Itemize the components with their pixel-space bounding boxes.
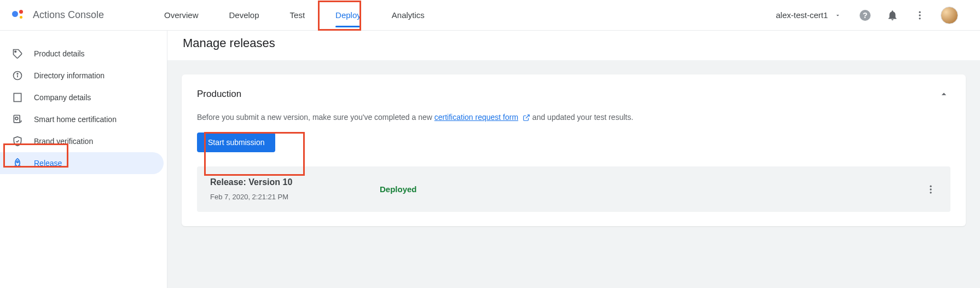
release-version-title: Release: Version 10 bbox=[210, 177, 380, 187]
svg-point-8 bbox=[17, 73, 18, 74]
external-link-icon bbox=[523, 114, 530, 122]
nav-overview[interactable]: Overview bbox=[161, 0, 202, 30]
nav-develop[interactable]: Develop bbox=[226, 0, 263, 30]
main-body: Production Before you submit a new versi… bbox=[167, 60, 980, 288]
project-picker[interactable]: alex-test-cert1 bbox=[776, 9, 844, 22]
sidebar-item-product-details[interactable]: Product details bbox=[0, 43, 164, 65]
certification-request-link[interactable]: certification request form bbox=[434, 113, 518, 122]
shield-icon bbox=[12, 136, 23, 147]
sidebar-item-label: Company details bbox=[34, 93, 91, 102]
svg-point-25 bbox=[930, 192, 931, 193]
panel-description-prefix: Before you submit a new version, make su… bbox=[197, 113, 434, 122]
sidebar-item-label: Release bbox=[34, 159, 62, 168]
header-right: alex-test-cert1 ? bbox=[776, 7, 980, 24]
sidebar-item-brand-verification[interactable]: Brand verification bbox=[0, 130, 164, 152]
panel-description: Before you submit a new version, make su… bbox=[197, 113, 950, 122]
notifications-icon[interactable] bbox=[886, 9, 899, 22]
sidebar-item-label: Smart home certification bbox=[34, 115, 117, 124]
sidebar-item-smart-home-certification[interactable]: Smart home certification bbox=[0, 108, 164, 130]
app-title: Actions Console bbox=[33, 9, 104, 21]
collapse-panel-button[interactable] bbox=[937, 88, 950, 101]
more-vert-icon[interactable] bbox=[913, 9, 926, 22]
certificate-icon bbox=[12, 114, 23, 125]
svg-text:?: ? bbox=[863, 11, 868, 20]
chevron-down-icon bbox=[831, 9, 844, 22]
nav-analytics[interactable]: Analytics bbox=[388, 0, 428, 30]
release-timestamp: Feb 7, 2020, 2:21:21 PM bbox=[210, 193, 380, 201]
svg-rect-19 bbox=[14, 116, 20, 123]
release-more-button[interactable] bbox=[924, 183, 937, 196]
production-panel: Production Before you submit a new versi… bbox=[182, 74, 966, 226]
sidebar: Product details Directory information Co… bbox=[0, 31, 167, 288]
sidebar-item-company-details[interactable]: Company details bbox=[0, 87, 164, 108]
rocket-icon bbox=[12, 158, 23, 169]
logo-area: Actions Console bbox=[12, 9, 161, 22]
tag-icon bbox=[12, 48, 23, 59]
svg-point-24 bbox=[930, 188, 931, 190]
page-title: Manage releases bbox=[167, 31, 980, 60]
panel-description-suffix: and updated your test results. bbox=[532, 113, 633, 122]
svg-point-21 bbox=[16, 161, 18, 163]
avatar[interactable] bbox=[941, 7, 958, 24]
main-content: Manage releases Production Before you su… bbox=[167, 31, 980, 288]
svg-point-4 bbox=[919, 18, 920, 19]
start-submission-button[interactable]: Start submission bbox=[197, 133, 275, 152]
top-nav: Overview Develop Test Deploy Analytics bbox=[161, 0, 428, 30]
info-icon bbox=[12, 70, 23, 81]
svg-point-3 bbox=[919, 14, 920, 16]
sidebar-item-release[interactable]: Release bbox=[0, 152, 164, 174]
release-status-badge: Deployed bbox=[380, 185, 417, 194]
svg-rect-9 bbox=[14, 94, 21, 102]
building-icon bbox=[12, 92, 23, 103]
svg-point-23 bbox=[930, 185, 931, 187]
svg-point-20 bbox=[15, 117, 18, 120]
assistant-logo-icon bbox=[12, 9, 25, 22]
project-name: alex-test-cert1 bbox=[776, 10, 828, 20]
sidebar-item-label: Directory information bbox=[34, 71, 105, 80]
global-header: Actions Console Overview Develop Test De… bbox=[0, 0, 980, 31]
nav-deploy[interactable]: Deploy bbox=[332, 0, 364, 30]
panel-title: Production bbox=[197, 89, 241, 100]
nav-test[interactable]: Test bbox=[287, 0, 309, 30]
sidebar-item-label: Product details bbox=[34, 49, 85, 58]
svg-point-2 bbox=[919, 11, 920, 13]
svg-line-22 bbox=[526, 115, 529, 118]
release-card: Release: Version 10 Feb 7, 2020, 2:21:21… bbox=[197, 166, 950, 212]
sidebar-item-directory-information[interactable]: Directory information bbox=[0, 65, 164, 87]
sidebar-item-label: Brand verification bbox=[34, 137, 93, 146]
svg-point-5 bbox=[15, 51, 16, 53]
help-icon[interactable]: ? bbox=[859, 9, 872, 22]
